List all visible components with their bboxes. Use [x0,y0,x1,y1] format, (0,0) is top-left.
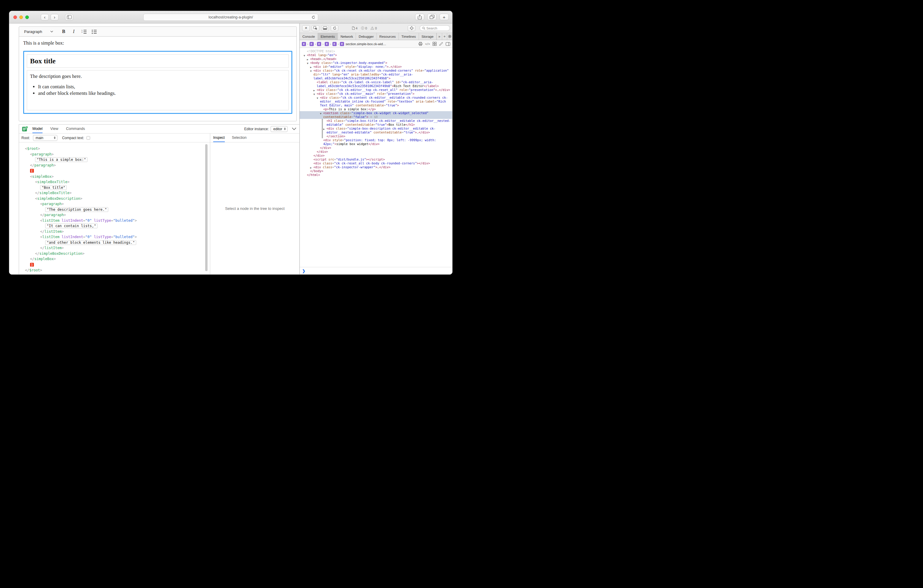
box-title-heading[interactable]: Box title [30,57,286,65]
dom-tree-line[interactable]: ▶<head>…</head> [300,57,452,61]
model-tree-line[interactable]: "Box title" [22,185,203,191]
numbered-list-button[interactable]: 1.2. [80,28,88,35]
devtools-more-tabs-button[interactable]: » [437,33,442,40]
dom-tree-line[interactable]: </body> [300,169,452,173]
model-tree-line[interactable]: </paragraph> [22,163,203,168]
dom-tree-line[interactable]: </div> [300,150,452,154]
dom-tree-line[interactable]: <label class="ck ck-label ck-voice-label… [300,80,452,88]
console-warning-count[interactable]: 0 [371,26,377,30]
root-select[interactable]: main [33,135,57,141]
model-tree-line[interactable]: "This is a simple box:" [22,157,203,163]
dom-tree-line[interactable]: </div> [300,146,452,150]
devtools-close-button[interactable]: ✕ [302,25,310,31]
editor-editable-area[interactable]: This is a simple box: Box title The desc… [19,36,296,121]
minimize-window-button[interactable] [19,15,23,19]
details-sidebar-icon[interactable] [446,42,450,46]
inspector-tab-commands[interactable]: Commands [66,125,85,133]
model-tree-line[interactable]: </$root> [22,268,203,273]
dom-tree-line[interactable]: ▶<div class="simple-box-description ck-e… [300,126,452,135]
dom-tree-line[interactable]: ▼<body class="ck-inspector-body-expanded… [300,61,452,65]
list-item[interactable]: and other block elements like headings. [38,90,286,96]
devtools-add-tab-button[interactable]: + [442,33,447,40]
element-badge[interactable]: E [302,42,306,46]
console-info-count[interactable]: 0 [361,26,367,30]
element-picker-button[interactable] [312,25,319,31]
new-tab-button[interactable]: + [440,14,449,20]
devtools-reload-button[interactable] [331,25,338,31]
devtools-search-field[interactable]: Search [420,25,450,31]
inspector-side-tab-selection[interactable]: Selection [232,133,246,142]
simple-box-description-editable[interactable]: The description goes here. It can contai… [27,70,289,110]
back-button[interactable]: ‹ [41,14,49,21]
description-paragraph[interactable]: The description goes here. [30,74,286,79]
grid-icon[interactable] [433,42,437,46]
model-tree-line[interactable]: <paragraph> [22,201,203,207]
model-tree-line[interactable]: <simpleBoxDescription> [22,196,203,202]
intro-paragraph[interactable]: This is a simple box: [23,40,292,46]
devtools-tab-resources[interactable]: Resources [377,33,399,40]
element-badge[interactable]: E [325,42,329,46]
model-tree-line[interactable]: "The description goes here." [22,207,203,213]
model-tree-line[interactable]: </simpleBoxTitle> [22,190,203,196]
model-tree-line[interactable]: <$root> [22,146,203,152]
dom-tree-line[interactable]: <div style="position: fixed; top: 0px; l… [300,138,452,146]
dom-tree-line[interactable]: </html> [300,173,452,177]
simple-box-title-editable[interactable]: Box title [27,54,289,68]
inspector-tab-view[interactable]: View [50,125,58,133]
collapse-arrow-icon[interactable]: ▼ [310,69,312,73]
model-tree-line[interactable]: </listItem> [22,229,203,235]
devtools-tab-debugger[interactable]: Debugger [356,33,377,40]
dom-tree-line[interactable]: </section> [300,135,452,138]
model-tree-line[interactable]: <simpleBox> [22,174,203,179]
devtools-tab-network[interactable]: Network [338,33,356,40]
bold-button[interactable]: B [59,28,68,35]
collapse-arrow-icon[interactable]: ▼ [320,112,322,116]
element-badge[interactable]: E [317,42,321,46]
edit-pencil-icon[interactable] [439,42,443,46]
model-tree-line[interactable]: <listItem listIndent="0" listType="bulle… [22,218,203,223]
model-tree-line[interactable]: </simpleBoxDescription> [22,251,203,256]
list-item[interactable]: It can contain lists, [38,84,286,90]
devtools-tab-console[interactable]: Console [300,33,318,40]
dom-tree-line[interactable]: ▼<div class="ck ck-content ck-editor__ed… [300,96,452,107]
editor-instance-select[interactable]: editor [271,126,287,132]
dom-tree-line[interactable]: ▼<html lang="en"> [300,53,452,57]
dom-tree-line[interactable]: ▼<section class="simple-box ck-widget ck… [300,111,452,119]
print-icon[interactable] [419,42,422,46]
dom-tree-line[interactable]: ▶<div class="ck ck-editor__top ck-reset_… [300,88,452,92]
source-code-icon[interactable]: </> [425,43,430,46]
simple-box-widget[interactable]: Box title The description goes here. It … [23,51,292,114]
inspector-collapse-button[interactable] [292,128,296,130]
inspector-side-tab-inspect[interactable]: Inspect [213,133,225,142]
model-tree-line[interactable]: "It can contain lists," [22,223,203,229]
bulleted-list-button[interactable] [90,28,98,35]
dom-tree-line[interactable]: <!DOCTYPE html> [300,49,452,53]
italic-button[interactable]: I [70,28,78,35]
dom-tree-line[interactable]: ▼<div class="ck ck-editor__main" role="p… [300,92,452,96]
dock-side-button[interactable] [321,25,329,31]
dom-tree-line[interactable]: <h1 class="simple-box-title ck-editor__e… [300,119,452,126]
model-tree-line[interactable]: ] [22,262,203,268]
devtools-tab-storage[interactable]: Storage [419,33,437,40]
element-badge[interactable]: E [340,42,344,46]
tab-overview-button[interactable] [427,14,437,20]
inspector-tab-model[interactable]: Model [33,125,43,133]
model-tree-line[interactable]: <paragraph> [22,152,203,157]
expand-arrow-icon[interactable]: ▶ [323,127,325,131]
breadcrumb-current-node[interactable]: section.simple-box.ck-wid… [345,42,386,46]
dom-tree-line[interactable]: </div> [300,154,452,158]
close-window-button[interactable] [13,15,17,19]
url-bar[interactable]: localhost/creating-a-plugin/ [143,14,318,21]
dom-tree-line[interactable]: <p>This is a simple box:</p> [300,107,452,111]
reload-icon[interactable] [311,15,315,19]
dom-tree-line[interactable]: <script src="dist/bundle.js"></script> [300,158,452,161]
forward-button[interactable]: › [51,14,59,21]
model-tree-scrollbar[interactable] [205,144,207,271]
sidebar-toggle-button[interactable] [65,14,73,21]
collapse-arrow-icon[interactable]: ▼ [317,96,318,100]
model-tree-line[interactable]: </simpleBox> [22,256,203,262]
dom-tree-line[interactable]: <div class="ck ck-reset_all ck-body ck-r… [300,161,452,165]
model-tree-line[interactable]: "and other block elements like headings.… [22,240,203,246]
dom-tree-line[interactable]: ▶<div class="ck-inspector-wrapper">…</di… [300,165,452,169]
devtools-settings-button[interactable] [447,33,452,40]
